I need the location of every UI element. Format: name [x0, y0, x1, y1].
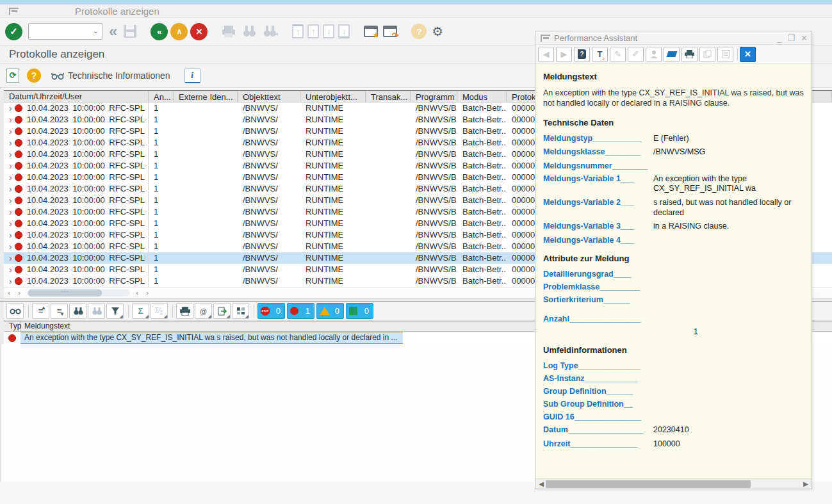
find-next-icon[interactable]: +	[263, 25, 278, 38]
table-cell[interactable]: 1	[149, 126, 174, 137]
table-cell[interactable]: RUNTIME	[300, 206, 366, 218]
table-cell[interactable]: Batch-Betr...	[457, 137, 507, 149]
table-cell[interactable]: Batch-Betr...	[457, 160, 507, 172]
table-cell[interactable]: 1	[149, 114, 174, 126]
table-cell[interactable]: RUNTIME	[300, 126, 366, 137]
table-cell[interactable]: RUNTIME	[300, 264, 366, 275]
field-label-link[interactable]: Datum_________________	[543, 425, 653, 435]
table-cell[interactable]	[366, 149, 411, 160]
table-cell[interactable]: 1	[149, 229, 174, 241]
table-cell[interactable]	[366, 195, 411, 206]
save-icon[interactable]	[124, 25, 136, 38]
marker-icon[interactable]	[664, 47, 680, 62]
table-cell[interactable]: /BNWVS/	[238, 114, 300, 126]
table-cell[interactable]: 1	[149, 275, 174, 287]
sort-desc-icon[interactable]: ≡▼	[51, 303, 68, 319]
maximize-icon[interactable]: ❐	[787, 34, 795, 42]
table-cell[interactable]: /BNWVS/B...	[411, 149, 457, 160]
table-cell[interactable]: 1	[149, 241, 174, 252]
table-cell[interactable]: /BNWVS/B...	[411, 252, 457, 264]
table-cell[interactable]: RUNTIME	[300, 137, 366, 149]
expand-row-icon[interactable]: ›	[9, 173, 12, 182]
expand-row-icon[interactable]: ›	[9, 242, 12, 251]
column-header[interactable]: An...	[149, 91, 174, 102]
edit-icon[interactable]: ✎	[610, 47, 626, 62]
table-cell[interactable]	[174, 252, 238, 264]
copy-icon[interactable]	[699, 47, 715, 62]
expand-row-icon[interactable]: ›	[9, 219, 12, 228]
table-cell[interactable]	[366, 137, 411, 149]
table-cell[interactable]: RUNTIME	[300, 172, 366, 183]
field-label-link[interactable]: Meldungs-Variable 2___	[543, 198, 653, 218]
table-cell[interactable]: /BNWVS/	[238, 229, 300, 241]
details-icon[interactable]	[6, 303, 24, 319]
table-cell[interactable]	[174, 114, 238, 126]
scroll-left-icon[interactable]: ◀	[537, 480, 546, 487]
table-cell[interactable]: Batch-Betr...	[457, 218, 507, 229]
message-text[interactable]: An exception with the type CX_SY_REF_IS_…	[20, 332, 403, 344]
scroll-right-icon[interactable]: ›	[14, 289, 24, 297]
info-icon[interactable]: i	[184, 69, 200, 83]
minimize-icon[interactable]: _	[777, 34, 781, 42]
table-cell[interactable]: 1	[149, 195, 174, 206]
field-label-link[interactable]: AS-Instanz____________	[543, 374, 653, 383]
subtotal-icon[interactable]: Σ⁄Σ	[151, 303, 168, 319]
customize-icon[interactable]: ⚙	[432, 25, 443, 38]
expand-row-icon[interactable]: ›	[9, 254, 12, 263]
table-cell[interactable]: Batch-Betr...	[457, 149, 507, 160]
table-cell[interactable]: /BNWVS/B...	[411, 229, 457, 241]
export-icon[interactable]	[213, 303, 231, 319]
table-cell[interactable]	[174, 126, 238, 137]
table-cell[interactable]	[366, 252, 411, 264]
table-cell[interactable]: 1	[149, 264, 174, 275]
table-cell[interactable]: /BNWVS/	[238, 102, 300, 114]
hscroll-track[interactable]	[27, 289, 129, 297]
print-icon[interactable]	[176, 303, 193, 319]
table-cell[interactable]: /BNWVS/B...	[411, 160, 457, 172]
table-cell[interactable]	[174, 229, 238, 241]
back-icon[interactable]: ◀	[538, 47, 554, 62]
column-header[interactable]: Externe Iden...	[174, 91, 238, 102]
table-cell[interactable]: 1	[149, 252, 174, 264]
table-cell[interactable]: RUNTIME	[300, 241, 366, 252]
table-cell[interactable]: /BNWVS/B...	[411, 195, 457, 206]
table-cell[interactable]: 1	[149, 206, 174, 218]
table-cell[interactable]	[366, 114, 411, 126]
table-cell[interactable]: Batch-Betr...	[457, 195, 507, 206]
exit-icon[interactable]: ∧	[170, 23, 188, 40]
column-header[interactable]: Programm	[411, 91, 457, 102]
field-label-link[interactable]: Sortierkriterium______	[543, 295, 653, 304]
assistant-hscroll-thumb[interactable]	[546, 480, 751, 488]
table-cell[interactable]: 1	[149, 218, 174, 229]
table-cell[interactable]	[174, 183, 238, 195]
table-cell[interactable]: /BNWVS/	[238, 195, 300, 206]
table-cell[interactable]: RUNTIME	[300, 160, 366, 172]
table-cell[interactable]: /BNWVS/B...	[411, 275, 457, 287]
new-session-icon[interactable]: ★	[364, 26, 378, 37]
table-cell[interactable]: RUNTIME	[300, 252, 366, 264]
column-header[interactable]: Unterobjektt...	[300, 91, 366, 102]
print-icon[interactable]	[681, 47, 697, 62]
table-cell[interactable]: Batch-Betr...	[457, 275, 507, 287]
cancel-icon[interactable]: ✕	[190, 23, 208, 40]
table-cell[interactable]	[366, 241, 411, 252]
table-cell[interactable]: /BNWVS/	[238, 137, 300, 149]
table-cell[interactable]: Batch-Betr...	[457, 252, 507, 264]
column-header[interactable]: Transak...	[366, 91, 411, 102]
table-cell[interactable]: Batch-Betr...	[457, 183, 507, 195]
table-cell[interactable]	[174, 102, 238, 114]
close-assistant-icon[interactable]: ✕	[740, 47, 756, 62]
refresh-log-icon[interactable]: ⟳	[6, 69, 19, 83]
documentation-icon[interactable]: ?	[574, 47, 590, 62]
expand-row-icon[interactable]: ›	[9, 104, 12, 113]
table-cell[interactable]	[174, 160, 238, 172]
layout-icon[interactable]	[232, 303, 249, 319]
table-cell[interactable]: /BNWVS/B...	[411, 137, 457, 149]
field-label-link[interactable]: Uhrzeit_______________	[543, 439, 653, 450]
table-cell[interactable]	[366, 229, 411, 241]
table-cell[interactable]: RUNTIME	[300, 218, 366, 229]
expand-row-icon[interactable]: ›	[9, 277, 12, 286]
field-label-link[interactable]: Log Type______________	[543, 361, 653, 370]
user-icon[interactable]	[646, 47, 662, 62]
expand-row-icon[interactable]: ›	[9, 207, 12, 216]
